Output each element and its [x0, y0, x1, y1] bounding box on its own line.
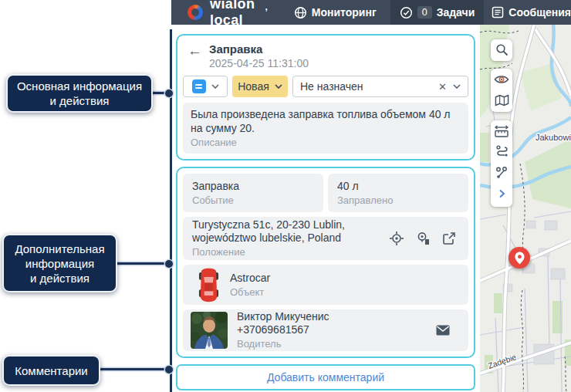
chevron-down-icon — [453, 84, 461, 89]
map-ruler-button[interactable] — [491, 120, 512, 141]
annotation-pane — [0, 0, 171, 392]
unit-car-icon — [198, 268, 219, 302]
globe-icon — [294, 6, 307, 19]
map-layers-control — [491, 69, 512, 112]
map-source-button[interactable] — [491, 90, 512, 110]
driver-label: Водитель — [237, 337, 427, 350]
map-expand-button[interactable] — [491, 183, 512, 204]
event-value: Заправка — [192, 179, 314, 193]
map-search-button[interactable] — [491, 39, 512, 60]
clear-icon[interactable]: ✕ — [438, 81, 447, 93]
pin-icon — [514, 252, 525, 265]
eye-icon — [494, 74, 509, 85]
unit-field: Astrocar Объект — [183, 265, 468, 305]
driver-phone: +37069681567 — [237, 323, 427, 336]
logo-text: wialon local — [210, 0, 264, 25]
locate-icon[interactable] — [389, 231, 404, 246]
mail-icon[interactable] — [436, 325, 450, 336]
map-place-label: Jakubowice — [536, 133, 571, 142]
main-info-section: ← Заправка 2025-04-25 11:31:00 Новая — [176, 34, 475, 161]
nav-monitoring-label: Мониторинг — [312, 6, 377, 19]
map-tools-control — [491, 120, 512, 207]
event-field: Заправка Событие — [183, 174, 323, 212]
annotation-connector — [117, 262, 171, 265]
copy-coordinates-icon[interactable] — [416, 231, 431, 246]
unit-name: Astrocar — [230, 271, 270, 285]
nav-tab-tasks[interactable]: 0 Задачи — [390, 0, 485, 25]
chevron-down-icon — [275, 84, 282, 89]
status-value: Новая — [238, 80, 269, 93]
map-points-button[interactable] — [491, 162, 512, 183]
wialon-logo-icon — [188, 5, 203, 20]
tasks-count-badge: 0 — [417, 6, 432, 19]
location-label: Положение — [192, 245, 371, 259]
annotation-bracket-line — [170, 29, 172, 392]
task-panel: ← Заправка 2025-04-25 11:31:00 Новая — [171, 25, 480, 392]
nav-messages-label: Сообщения — [508, 6, 571, 19]
nav-tab-messages[interactable]: Сообщения — [484, 0, 571, 25]
nav-tasks-label: Задачи — [437, 6, 475, 19]
task-title: Заправка — [209, 42, 309, 56]
map-visibility-button[interactable] — [491, 69, 512, 90]
map-canvas[interactable]: Jakubowice Zadębie — [480, 25, 571, 392]
annotation-connector — [100, 368, 171, 370]
additional-info-section: Заправка Событие 40 л Заправлено Turysty… — [176, 167, 475, 358]
screenshot-root: wialon local ’ Мониторинг 0 Задачи — [0, 0, 571, 392]
description-label: Описание — [191, 136, 461, 149]
ruler-icon — [494, 125, 509, 137]
fuel-label: Заправлено — [337, 194, 459, 207]
annotation-connector — [153, 92, 171, 94]
task-datetime: 2025-04-25 11:31:00 — [209, 56, 309, 70]
external-link-icon[interactable] — [442, 231, 456, 245]
wialon-logo: wialon local ’ — [188, 0, 268, 25]
map-icon — [495, 94, 509, 106]
map-track-button[interactable] — [491, 141, 512, 162]
nav-tab-monitoring[interactable]: Мониторинг — [286, 0, 384, 25]
driver-field: Виктор Микученис +37069681567 Водитель — [183, 309, 468, 351]
priority-icon — [192, 79, 206, 93]
annotation-additional-info: Дополнительная информация и действия — [2, 234, 117, 292]
add-comment-label: Добавить комментарий — [267, 371, 384, 384]
map-search-control — [491, 39, 512, 61]
annotation-comments: Комментарии — [2, 355, 100, 386]
unit-label: Объект — [230, 286, 270, 299]
fuel-field: 40 л Заправлено — [328, 174, 468, 212]
search-icon — [495, 43, 508, 56]
messages-icon — [492, 6, 504, 19]
location-value: Turystyczna 51c, 20-230 Lublin, wojewódz… — [192, 218, 371, 245]
description-field: Была произведена заправка топлива объемо… — [183, 103, 468, 154]
description-text: Была произведена заправка топлива объемо… — [191, 107, 461, 135]
priority-dropdown[interactable] — [183, 76, 228, 97]
check-circle-icon — [400, 6, 413, 19]
waypoints-icon — [495, 166, 508, 180]
assignee-value: Не назначен — [300, 80, 363, 93]
chevron-right-icon — [496, 188, 507, 199]
assignee-dropdown[interactable]: Не назначен ✕ — [292, 76, 468, 97]
logo-mark: ’ — [265, 7, 267, 18]
fuel-value: 40 л — [337, 179, 459, 193]
status-dropdown[interactable]: Новая — [232, 76, 288, 97]
chevron-down-icon — [211, 84, 219, 89]
add-comment-button[interactable]: Добавить комментарий — [176, 364, 475, 390]
app-header: wialon local ’ Мониторинг 0 Задачи — [171, 0, 571, 25]
route-icon — [495, 145, 508, 158]
back-arrow-icon[interactable]: ← — [188, 44, 208, 58]
driver-avatar — [191, 312, 228, 349]
annotation-main-info: Основная информация и действия — [6, 74, 153, 113]
driver-name: Виктор Микученис — [237, 310, 427, 323]
location-field: Turystyczna 51c, 20-230 Lublin, wojewódz… — [183, 217, 468, 260]
event-label: Событие — [192, 194, 314, 207]
map-location-marker[interactable] — [508, 247, 530, 269]
